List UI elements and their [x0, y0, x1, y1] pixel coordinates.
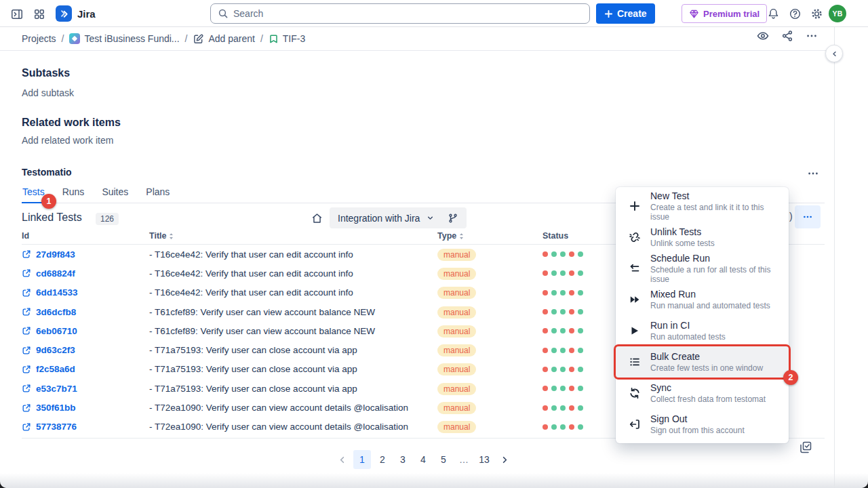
menu-item-subtitle: Create few tests in one window [650, 363, 763, 373]
pagination-next-icon[interactable] [496, 450, 513, 469]
breadcrumb-project[interactable]: Test iBusiness Fundi... [69, 33, 179, 44]
status-dot-fail [542, 309, 548, 314]
breadcrumb: Projects / Test iBusiness Fundi... / Add… [22, 27, 305, 50]
project-filter-dropdown[interactable]: Integration with Jira [330, 207, 467, 228]
pagination-page-3[interactable]: 3 [394, 450, 412, 469]
watch-eye-icon[interactable] [754, 27, 772, 45]
breadcrumb-issue-key[interactable]: TIF-3 [269, 33, 305, 44]
test-id-link[interactable]: 350f61bb [22, 403, 149, 413]
test-id-link[interactable]: e53c7b71 [22, 384, 149, 394]
test-id-link[interactable]: 3d6dcfb8 [22, 307, 149, 317]
test-id-link[interactable]: 9d63c2f3 [22, 345, 149, 355]
test-id-link[interactable]: 27d9f843 [22, 249, 149, 260]
share-icon[interactable] [778, 27, 796, 45]
pagination-page-4[interactable]: 4 [414, 450, 432, 469]
test-id-link[interactable]: 6eb06710 [22, 326, 149, 336]
menu-item-new-test[interactable]: New TestCreate a test and link it it to … [616, 190, 789, 222]
menu-item-unlink-tests[interactable]: Unlink TestsUnlink some tests [616, 222, 789, 253]
menu-item-title: Sync [650, 382, 766, 394]
external-link-icon [22, 288, 31, 298]
tab-runs[interactable]: Runs [62, 186, 85, 203]
fast-forward-icon [628, 293, 642, 306]
menu-item-sync[interactable]: SyncCollect fresh data from testomat [616, 378, 789, 409]
test-title: - T72ea1090: Verify user can view accoun… [149, 422, 437, 432]
schedule-run-icon [628, 262, 642, 274]
menu-item-sign-out[interactable]: Sign OutSign out from this account [616, 409, 789, 440]
status-dot-fail [569, 251, 574, 257]
settings-gear-icon[interactable] [808, 5, 825, 22]
status-dot-pass [551, 290, 557, 296]
test-title: - T16ce4e42: Verify that user can edit a… [149, 287, 437, 298]
status-dot-fail [569, 386, 574, 391]
play-icon [628, 325, 642, 337]
column-header-title[interactable]: Title [149, 231, 437, 241]
add-related-work-item-button[interactable]: Add related work item [22, 135, 113, 146]
menu-item-title: Schedule Run [650, 253, 779, 264]
multi-select-icon[interactable] [798, 440, 813, 455]
menu-item-subtitle: Run automated tests [650, 332, 726, 342]
status-dot-pass [551, 270, 557, 276]
testomatio-more-button[interactable] [804, 165, 822, 182]
status-dot-fail [542, 367, 548, 372]
chevron-left-icon [830, 49, 839, 58]
jira-logo[interactable]: Jira [56, 5, 96, 22]
status-dot-fail [542, 270, 548, 276]
linked-tests-more-button[interactable] [795, 205, 821, 228]
pagination-page-5[interactable]: 5 [435, 450, 452, 469]
test-id-link[interactable]: cd68824f [22, 268, 149, 279]
test-title: - T71a75193: Verify user can close accou… [149, 345, 437, 355]
status-dot-fail [542, 328, 548, 333]
app-switcher-icon[interactable] [33, 7, 46, 21]
type-badge: manual [437, 402, 476, 414]
type-badge: manual [437, 363, 476, 375]
pagination-page-2[interactable]: 2 [374, 450, 391, 469]
collapse-panel-button[interactable] [825, 45, 843, 62]
column-header-id: Id [22, 231, 149, 241]
home-icon[interactable] [307, 209, 326, 228]
menu-item-run-in-ci[interactable]: Run in CIRun automated tests [616, 315, 789, 346]
column-header-type[interactable]: Type [437, 231, 539, 241]
type-badge: manual [437, 421, 476, 433]
testomatio-heading: Testomatio [22, 167, 72, 178]
branch-icon[interactable] [448, 213, 458, 224]
chevron-down-icon [426, 214, 435, 222]
sidebar-toggle-icon[interactable] [9, 7, 24, 22]
search-input[interactable] [233, 8, 584, 19]
status-dot-fail [569, 309, 574, 314]
user-avatar[interactable]: YB [829, 5, 846, 22]
create-button[interactable]: Create [596, 3, 655, 24]
status-dot-pass [551, 367, 557, 372]
menu-item-schedule-run[interactable]: Schedule RunSchedule a run for all tests… [616, 253, 789, 284]
external-link-icon [22, 249, 31, 259]
pagination-prev-icon[interactable] [333, 450, 351, 469]
test-title: - T71a75193: Verify user can close accou… [149, 384, 437, 394]
notifications-bell-icon[interactable] [765, 5, 781, 22]
menu-item-subtitle: Unlink some tests [650, 239, 715, 248]
tab-suites[interactable]: Suites [101, 186, 129, 203]
menu-item-title: Mixed Run [650, 289, 770, 300]
menu-item-title: New Test [650, 190, 779, 202]
diamond-icon [689, 9, 699, 19]
premium-trial-button[interactable]: Premium trial [682, 4, 767, 23]
menu-item-bulk-create[interactable]: Bulk CreateCreate few tests in one windo… [616, 346, 789, 378]
breadcrumb-projects[interactable]: Projects [22, 33, 56, 44]
pagination-page-1[interactable]: 1 [353, 450, 371, 469]
status-dot-pass [560, 309, 566, 314]
add-parent-button[interactable]: Add parent [193, 33, 255, 45]
more-actions-icon[interactable] [803, 27, 821, 45]
tab-plans[interactable]: Plans [145, 186, 170, 203]
test-id-link[interactable]: f2c58a6d [22, 364, 149, 374]
external-link-icon [22, 307, 31, 317]
external-link-icon [22, 384, 31, 393]
test-id-link[interactable]: 57738776 [22, 422, 149, 432]
pagination-page-13[interactable]: 13 [475, 450, 493, 469]
top-navigation-bar: Jira Create Premium trial YB [0, 0, 868, 27]
test-id-link[interactable]: 6dd14533 [22, 287, 149, 298]
add-subtask-button[interactable]: Add subtask [22, 87, 74, 98]
type-badge: manual [437, 383, 476, 395]
help-icon[interactable] [787, 5, 803, 22]
menu-item-mixed-run[interactable]: Mixed RunRun manual and automated tests [616, 284, 789, 315]
status-dot-fail [569, 328, 574, 333]
unlink-icon [628, 231, 642, 243]
status-dot-fail [569, 270, 574, 276]
